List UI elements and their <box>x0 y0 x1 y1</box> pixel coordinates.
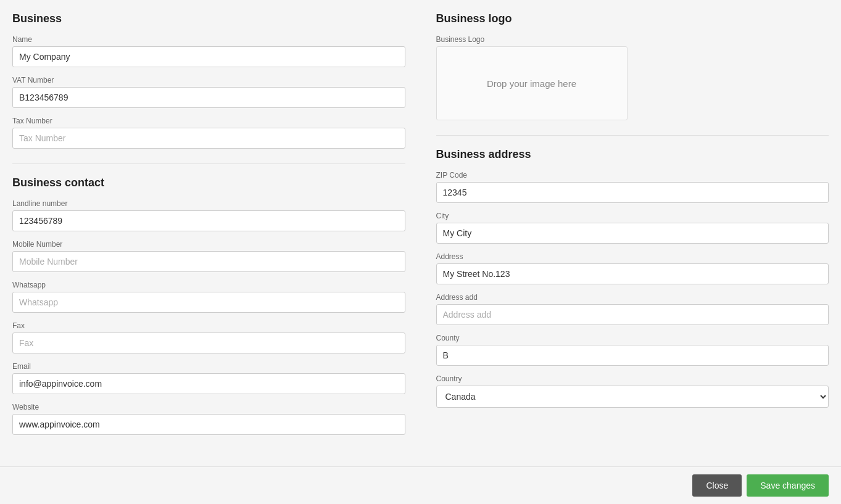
county-label: County <box>436 334 829 342</box>
fax-field-group: Fax <box>12 321 405 353</box>
email-input[interactable] <box>12 373 405 394</box>
whatsapp-label: Whatsapp <box>12 281 405 289</box>
logo-title: Business logo <box>436 12 829 25</box>
logo-drop-zone[interactable]: Drop your image here <box>436 46 628 120</box>
county-field-group: County <box>436 334 829 366</box>
logo-label: Business Logo <box>436 35 829 44</box>
city-field-group: City <box>436 212 829 244</box>
city-label: City <box>436 212 829 220</box>
mobile-label: Mobile Number <box>12 240 405 249</box>
left-column: Business Name VAT Number Tax Number Busi… <box>12 12 412 450</box>
landline-label: Landline number <box>12 199 405 208</box>
zip-input[interactable] <box>436 182 829 203</box>
tax-field-group: Tax Number <box>12 117 405 149</box>
logo-field-group: Business Logo Drop your image here <box>436 35 829 120</box>
business-title: Business <box>12 12 405 25</box>
fax-input[interactable] <box>12 333 405 353</box>
county-input[interactable] <box>436 345 829 366</box>
landline-input[interactable] <box>12 210 405 231</box>
country-label: Country <box>436 374 829 383</box>
contact-title: Business contact <box>12 176 405 189</box>
main-grid: Business Name VAT Number Tax Number Busi… <box>12 12 829 450</box>
save-button[interactable]: Save changes <box>747 474 829 497</box>
divider-address <box>436 135 829 136</box>
close-button[interactable]: Close <box>692 474 742 497</box>
website-input[interactable] <box>12 414 405 435</box>
bottom-bar: Close Save changes <box>0 466 841 504</box>
vat-field-group: VAT Number <box>12 76 405 108</box>
address-input[interactable] <box>436 263 829 284</box>
zip-field-group: ZIP Code <box>436 171 829 203</box>
whatsapp-input[interactable] <box>12 292 405 313</box>
country-select[interactable]: Canada United States Mexico United Kingd… <box>436 386 829 408</box>
zip-label: ZIP Code <box>436 171 829 180</box>
divider-contact <box>12 163 405 164</box>
logo-drop-text: Drop your image here <box>487 78 576 89</box>
name-input[interactable] <box>12 46 405 67</box>
vat-label: VAT Number <box>12 76 405 85</box>
business-address-section: Business address ZIP Code City Address A… <box>436 148 829 408</box>
business-contact-section: Business contact Landline number Mobile … <box>12 176 405 435</box>
landline-field-group: Landline number <box>12 199 405 231</box>
page-container: Business Name VAT Number Tax Number Busi… <box>0 0 841 504</box>
vat-input[interactable] <box>12 87 405 108</box>
tax-label: Tax Number <box>12 117 405 125</box>
website-label: Website <box>12 403 405 411</box>
right-column: Business logo Business Logo Drop your im… <box>430 12 829 450</box>
address-add-field-group: Address add <box>436 293 829 325</box>
fax-label: Fax <box>12 321 405 330</box>
email-field-group: Email <box>12 362 405 394</box>
address-field-group: Address <box>436 252 829 284</box>
address-title: Business address <box>436 148 829 161</box>
business-logo-section: Business logo Business Logo Drop your im… <box>436 12 829 120</box>
address-add-input[interactable] <box>436 304 829 325</box>
mobile-input[interactable] <box>12 251 405 272</box>
business-section: Business Name VAT Number Tax Number <box>12 12 405 149</box>
tax-input[interactable] <box>12 128 405 149</box>
email-label: Email <box>12 362 405 371</box>
name-field-group: Name <box>12 35 405 67</box>
whatsapp-field-group: Whatsapp <box>12 281 405 313</box>
address-add-label: Address add <box>436 293 829 302</box>
city-input[interactable] <box>436 223 829 244</box>
country-field-group: Country Canada United States Mexico Unit… <box>436 374 829 408</box>
mobile-field-group: Mobile Number <box>12 240 405 272</box>
website-field-group: Website <box>12 403 405 435</box>
name-label: Name <box>12 35 405 44</box>
address-label: Address <box>436 252 829 261</box>
